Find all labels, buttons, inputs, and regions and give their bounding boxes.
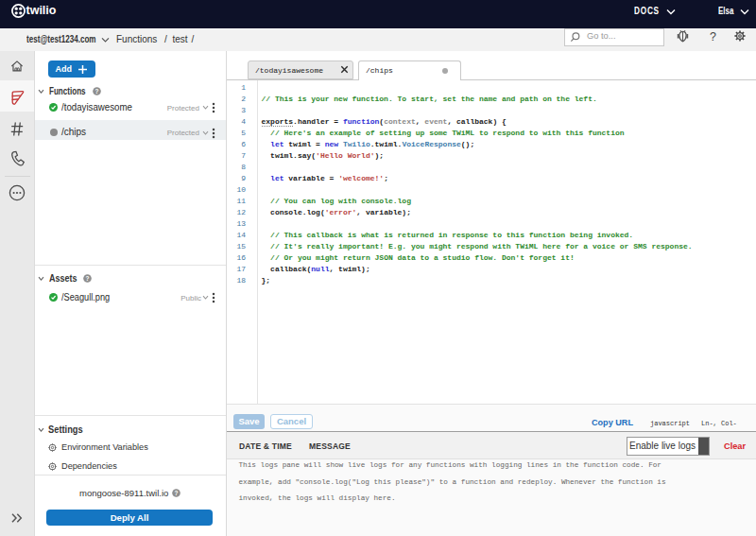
svg-text:?: ? <box>95 87 99 94</box>
svg-text:?: ? <box>86 274 90 281</box>
svg-text:?: ? <box>175 489 179 495</box>
